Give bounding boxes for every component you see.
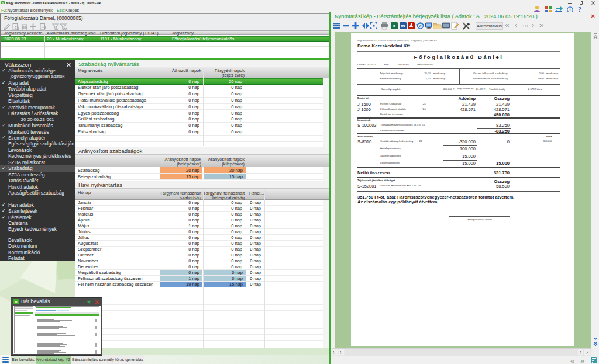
svg-text:W: W xyxy=(401,23,405,29)
svg-text:X: X xyxy=(393,23,396,29)
